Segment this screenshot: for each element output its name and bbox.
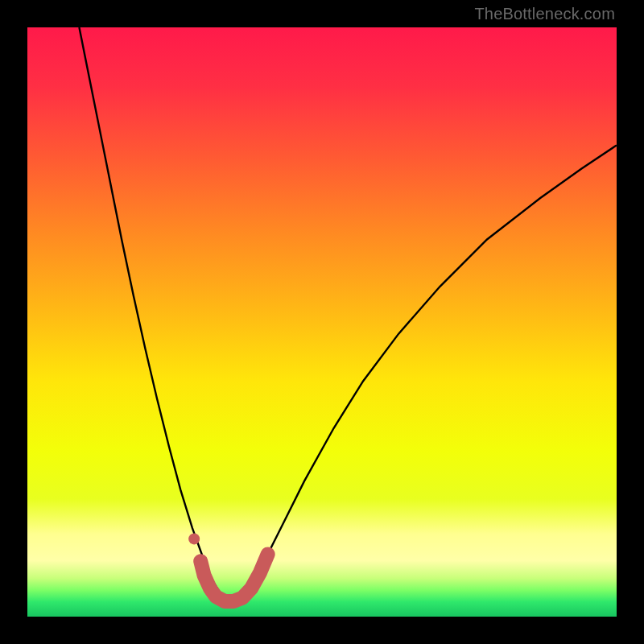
bottleneck-curve — [79, 27, 617, 602]
curve-layer — [27, 27, 617, 617]
bottom-marker — [200, 554, 267, 601]
watermark-text: TheBottleneck.com — [474, 5, 615, 23]
plot-area — [27, 27, 617, 617]
entry-dot — [188, 533, 200, 544]
